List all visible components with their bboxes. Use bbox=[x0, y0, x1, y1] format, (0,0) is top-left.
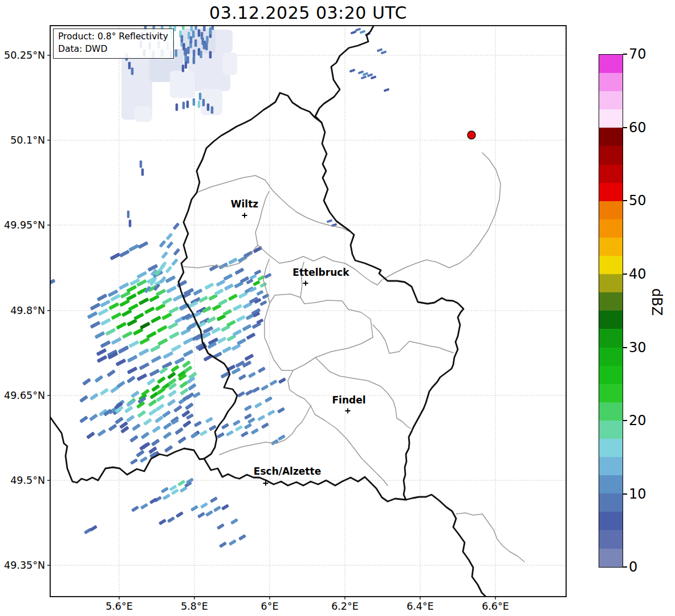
radar-echo-bin bbox=[119, 250, 130, 258]
radar-echo-bin bbox=[177, 480, 185, 487]
radar-echo-bin bbox=[149, 369, 160, 377]
radar-echo-bin bbox=[116, 322, 127, 330]
radar-echo-bin bbox=[108, 424, 117, 432]
radar-echo-bin bbox=[211, 107, 214, 114]
radar-echo-bin bbox=[261, 385, 269, 391]
radar-echo-bin bbox=[206, 316, 216, 324]
radar-echo-bin bbox=[136, 271, 147, 279]
radar-echo-bin bbox=[252, 386, 260, 393]
radar-echo-bin bbox=[138, 241, 149, 249]
radar-echo-bin bbox=[229, 539, 237, 546]
radar-echo-bin bbox=[185, 62, 188, 69]
radar-echo-bin bbox=[247, 417, 255, 423]
radar-echo-bin bbox=[140, 321, 151, 329]
colorbar-segment bbox=[599, 475, 623, 493]
y-axis-tick-label: 49.5°N bbox=[0, 474, 45, 487]
radar-echo-bin bbox=[207, 104, 210, 111]
radar-echo-bin bbox=[190, 24, 193, 31]
x-axis-tick-label: 5.8°E bbox=[166, 600, 223, 613]
radar-echo-bin bbox=[163, 431, 172, 439]
radar-echo-bin bbox=[161, 251, 169, 259]
radar-echo-bin bbox=[205, 283, 214, 290]
colorbar-segment bbox=[599, 439, 623, 457]
colorbar-segment bbox=[599, 530, 623, 548]
radar-echo-bin bbox=[245, 354, 254, 361]
colorbar-segment bbox=[599, 256, 623, 274]
radar-echo-bin bbox=[265, 396, 273, 402]
radar-echo-bin bbox=[246, 333, 256, 340]
radar-echo-bin bbox=[150, 345, 161, 353]
city-label: Wiltz bbox=[193, 199, 296, 209]
plot-area bbox=[45, 22, 566, 597]
data-source-label: Data: DWD bbox=[58, 43, 168, 56]
radar-echo-bin bbox=[108, 302, 119, 310]
radar-echo-bin bbox=[168, 306, 179, 314]
radar-echo-bin bbox=[176, 104, 178, 111]
colorbar-segment bbox=[599, 274, 623, 292]
radar-echo-bin bbox=[235, 268, 245, 275]
colorbar-segment bbox=[599, 549, 623, 567]
radar-echo-bin bbox=[165, 275, 176, 283]
colorbar-tick-label: 50 bbox=[629, 192, 646, 209]
radar-echo-bin bbox=[156, 289, 166, 297]
radar-echo-bin bbox=[127, 355, 138, 363]
radar-echo-bin bbox=[193, 99, 196, 106]
city-label: Esch/Alzette bbox=[236, 466, 339, 476]
radar-echo-bin bbox=[149, 497, 157, 504]
colorbar-tick-label: 10 bbox=[629, 486, 646, 503]
x-axis-tick-label: 6.4°E bbox=[392, 600, 449, 613]
radar-echo-bin bbox=[119, 282, 129, 290]
colorbar-segment bbox=[599, 109, 623, 128]
radar-echo-bin bbox=[238, 374, 246, 380]
radar-echo-bin bbox=[230, 518, 238, 525]
radar-echo-bin bbox=[89, 414, 98, 422]
radar-echo-bin bbox=[186, 101, 189, 108]
radar-echo-bin bbox=[127, 366, 138, 374]
radar-echo-bin bbox=[174, 357, 185, 365]
radar-echo-bin bbox=[192, 30, 195, 38]
radar-echo-bin bbox=[173, 24, 176, 31]
radar-echo-bin bbox=[167, 516, 175, 523]
colorbar-segment bbox=[599, 55, 623, 73]
radar-echo-bin bbox=[217, 523, 225, 530]
radar-echo-bin bbox=[131, 68, 134, 75]
country-border bbox=[178, 93, 463, 501]
radar-echo-bin bbox=[169, 332, 180, 340]
radar-echo-bin bbox=[128, 303, 139, 311]
radar-echo-bin bbox=[164, 445, 173, 453]
radar-echo-bin bbox=[222, 346, 231, 353]
radar-echo-bin bbox=[79, 415, 88, 423]
radar-echo-bin bbox=[140, 456, 148, 463]
radar-echo-bin bbox=[228, 293, 238, 301]
x-axis-tick-label: 6.2°E bbox=[316, 600, 373, 613]
colorbar-segment bbox=[599, 311, 623, 329]
radar-echo-bin bbox=[219, 541, 227, 548]
radar-echo-bin bbox=[237, 391, 245, 397]
radar-echo-bin bbox=[163, 351, 174, 359]
radar-echo-bin bbox=[133, 312, 144, 320]
radar-echo-bin bbox=[213, 505, 221, 512]
y-axis-tick-label: 49.8°N bbox=[0, 304, 45, 317]
radar-echo-bin bbox=[182, 65, 185, 72]
radar-echo-bin bbox=[124, 406, 133, 414]
radar-echo-bin bbox=[183, 337, 194, 345]
radar-echo-bin bbox=[177, 436, 186, 444]
city-marker bbox=[345, 409, 351, 414]
radar-echo-bin bbox=[277, 407, 285, 413]
radar-echo-bin bbox=[193, 57, 196, 64]
radar-echo-bin bbox=[182, 102, 185, 109]
radar-echo-bin bbox=[259, 282, 267, 288]
radar-echo-bin bbox=[381, 50, 387, 54]
radar-echo-bin bbox=[159, 240, 166, 247]
weather-radar-app: 03.12.2025 03:20 UTC Product: 0.8° Refle… bbox=[0, 0, 675, 616]
radar-echo-bin bbox=[237, 338, 246, 345]
x-axis-tick-label: 6.6°E bbox=[467, 600, 524, 613]
radar-echo-bin bbox=[261, 422, 269, 429]
radar-echo-bin bbox=[258, 366, 266, 373]
colorbar-tick-label: 0 bbox=[629, 558, 637, 576]
radar-echo-bin bbox=[100, 340, 111, 348]
radar-echo-bin bbox=[140, 503, 148, 510]
radar-echo-bin bbox=[179, 381, 188, 389]
colorbar-tick-label: 20 bbox=[629, 412, 646, 429]
radar-echo-bin bbox=[226, 320, 236, 327]
